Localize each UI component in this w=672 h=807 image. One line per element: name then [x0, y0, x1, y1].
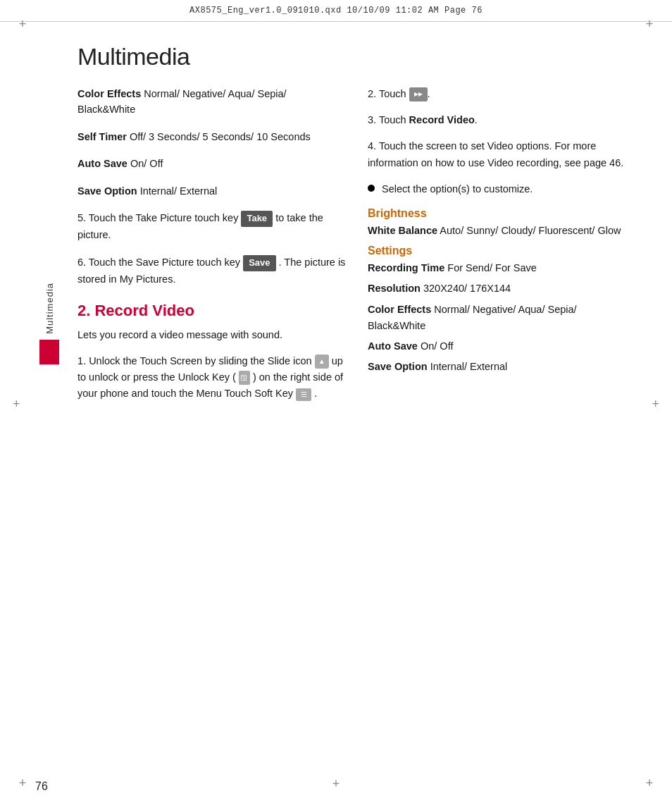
- two-column-layout: Color Effects Normal/ Negative/ Aqua/ Se…: [77, 86, 637, 414]
- spec-save-option: Save Option Internal/ External: [77, 183, 347, 199]
- white-balance-spec: White Balance Auto/ Sunny/ Cloudy/ Fluor…: [368, 223, 637, 239]
- page-number: 76: [35, 780, 48, 793]
- content-area: Multimedia Color Effects Normal/ Negativ…: [70, 43, 637, 414]
- recording-time-val: For Send/ For Save: [447, 262, 537, 273]
- auto-save-right-spec: Auto Save On/ Off: [368, 338, 637, 355]
- spec-self-timer: Self Timer Off/ 3 Seconds/ 5 Seconds/ 10…: [77, 129, 347, 144]
- step-5-text-before: . Touch the Take Picture touch key: [83, 212, 238, 223]
- step-3-number: 3.: [368, 114, 376, 125]
- step-5: 5. Touch the Take Picture touch key Take…: [77, 210, 347, 243]
- resolution-val: 320X240/ 176X144: [423, 283, 511, 294]
- step-6-text-before: . Touch the Save Picture touch key: [83, 257, 240, 268]
- resolution-label: Resolution: [368, 283, 421, 294]
- step-2-number: 2.: [368, 88, 376, 99]
- step-4-number: 4.: [368, 140, 376, 152]
- save-option-right-spec: Save Option Internal/ External: [368, 359, 637, 375]
- bullet-item-1: Select the option(s) to customize.: [368, 181, 637, 197]
- page-header: AX8575_Eng_ver1.0_091010.qxd 10/10/09 11…: [0, 0, 672, 22]
- corner-mark-br: +: [642, 776, 657, 790]
- spec-color-effects: Color Effects Normal/ Negative/ Aqua/ Se…: [77, 86, 347, 118]
- color-effects-right-label: Color Effects: [368, 304, 431, 315]
- right-column: 2. Touch . 3. Touch Record Video. 4. Tou…: [368, 86, 637, 414]
- sidebar: Multimedia: [35, 43, 70, 414]
- spec-save-option-label: Save Option: [77, 185, 137, 197]
- page-title: Multimedia: [77, 43, 637, 70]
- step-6: 6. Touch the Save Picture touch key Save…: [77, 254, 347, 288]
- take-button-label: Take: [241, 211, 273, 227]
- section-heading-record-video: 2. Record Video: [77, 302, 347, 320]
- sidebar-label-container: Multimedia: [35, 283, 63, 364]
- step-3-period: .: [475, 114, 478, 125]
- left-column: Color Effects Normal/ Negative/ Aqua/ Se…: [77, 86, 347, 414]
- auto-save-right-val: On/ Off: [421, 340, 453, 352]
- bullet-text-1: Select the option(s) to customize.: [382, 181, 533, 197]
- recording-time-spec: Recording Time For Send/ For Save: [368, 260, 637, 276]
- save-button-label: Save: [243, 255, 275, 271]
- step-1: 1. Unlock the Touch Screen by sliding th…: [77, 353, 347, 402]
- step-1-text: . Unlock the Touch Screen by sliding the…: [83, 355, 312, 366]
- settings-heading: Settings: [368, 245, 637, 257]
- color-effects-right-spec: Color Effects Normal/ Negative/ Aqua/ Se…: [368, 302, 637, 334]
- save-option-right-label: Save Option: [368, 361, 428, 372]
- menu-icon: [296, 388, 311, 401]
- spec-auto-save: Auto Save On/ Off: [77, 156, 347, 171]
- key-icon: ⚿: [239, 371, 250, 385]
- spec-auto-save-value: On/ Off: [130, 158, 163, 169]
- slide-icon: [315, 355, 329, 369]
- step-2-touch-text: Touch: [379, 88, 406, 99]
- step-2: 2. Touch .: [368, 86, 637, 102]
- spec-save-option-value: Internal/ External: [140, 185, 218, 197]
- sidebar-bar: [39, 340, 59, 364]
- side-mark-bottom: +: [332, 777, 340, 791]
- spec-auto-save-label: Auto Save: [77, 158, 127, 169]
- step-1-prefix: 1: [77, 355, 83, 366]
- auto-save-right-label: Auto Save: [368, 340, 418, 352]
- step-4: 4. Touch the screen to set Video options…: [368, 138, 637, 171]
- spec-self-timer-label: Self Timer: [77, 131, 127, 142]
- white-balance-val: Auto/ Sunny/ Cloudy/ Fluorescent/ Glow: [440, 225, 621, 236]
- recording-time-label: Recording Time: [368, 262, 444, 273]
- step-3: 3. Touch Record Video.: [368, 112, 637, 128]
- save-option-right-val: Internal/ External: [430, 361, 508, 372]
- bullet-dot-1: [368, 185, 375, 192]
- white-balance-label: White Balance: [368, 225, 437, 236]
- header-text: AX8575_Eng_ver1.0_091010.qxd 10/10/09 11…: [189, 6, 483, 16]
- sidebar-text: Multimedia: [44, 283, 55, 334]
- step-4-content: Touch the screen to set Video options. F…: [368, 140, 623, 168]
- spec-color-effects-label: Color Effects: [77, 88, 141, 99]
- step-5-number: 5: [77, 212, 83, 223]
- corner-mark-bl: +: [15, 776, 30, 790]
- section-paragraph: Lets you record a video message with sou…: [77, 327, 347, 343]
- step-1-text4: .: [314, 388, 317, 399]
- step-6-number: 6: [77, 257, 83, 268]
- resolution-spec: Resolution 320X240/ 176X144: [368, 281, 637, 297]
- step-3-touch: Touch: [379, 114, 406, 125]
- spec-self-timer-value: Off/ 3 Seconds/ 5 Seconds/ 10 Seconds: [130, 131, 311, 142]
- brightness-heading: Brightness: [368, 207, 637, 220]
- main-content: Multimedia Multimedia Color Effects Norm…: [0, 22, 672, 435]
- multimedia-icon: [409, 87, 428, 101]
- step-3-bold: Record Video: [409, 114, 475, 125]
